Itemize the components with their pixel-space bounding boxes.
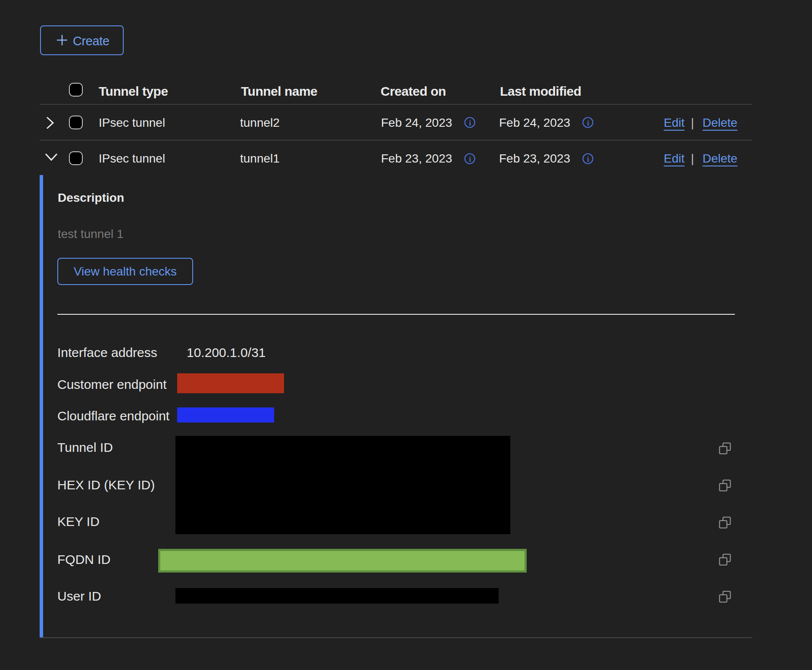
svg-text:i: i (587, 155, 589, 163)
svg-text:i: i (469, 119, 471, 127)
svg-text:i: i (587, 119, 589, 127)
svg-text:i: i (469, 155, 471, 163)
